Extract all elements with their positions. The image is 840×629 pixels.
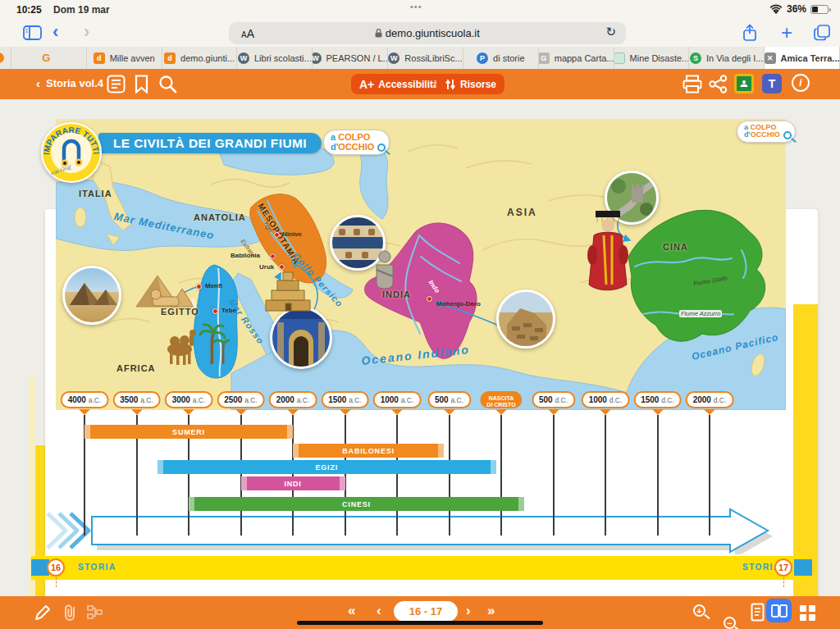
city-dot-uruk — [279, 264, 285, 270]
bookmark-icon[interactable] — [135, 75, 148, 93]
tab-libri-scolastici[interactable]: WLibri scolasti... — [237, 47, 313, 69]
url-host[interactable]: demo.giuntiscuola.it — [229, 27, 626, 39]
tab-amica-terra-active[interactable]: ✕Amica Terra... — [765, 47, 840, 69]
camel-illustration — [158, 325, 201, 366]
tab-mappa-carta[interactable]: Gmappa Carta... — [539, 47, 614, 69]
magnifier-icon — [783, 131, 792, 139]
tab-mine-disaster[interactable]: Mine Disaste... — [614, 47, 690, 69]
thumbnails-grid-icon[interactable] — [800, 605, 815, 621]
next-page-button[interactable]: › — [466, 603, 471, 619]
tab-pearson[interactable]: WPEARSON / L... — [313, 47, 388, 69]
paperclip-icon[interactable] — [62, 604, 79, 622]
timeline-tick-line — [396, 415, 398, 536]
first-page-button[interactable]: « — [348, 603, 355, 619]
more-dots-icon[interactable]: ••• — [410, 2, 422, 11]
city-dot-mohenjo-daro — [427, 296, 432, 302]
ishtar-gate-photo — [270, 307, 332, 369]
timeline-tick-pointer — [391, 409, 403, 415]
timeline-tick-label-5: 1500 a.C. — [321, 391, 369, 408]
accessibility-button[interactable]: A+ Accessibilità — [351, 74, 447, 94]
timeline-tick-pointer — [183, 409, 194, 415]
timeline-tick-pointer — [652, 409, 664, 415]
tab-demo-giunti[interactable]: ddemo.giunti... — [162, 47, 238, 69]
dea-favicon: d — [164, 52, 176, 64]
glance-badge: a COLPO d'OCCHIO — [323, 130, 390, 155]
city-dot-tebe — [212, 308, 218, 314]
share-nodes-icon[interactable] — [709, 75, 728, 93]
tab-google[interactable]: G — [11, 47, 87, 69]
timeline-tick-pointer — [600, 409, 611, 415]
g-gray-favicon: G — [539, 52, 550, 64]
magnifier-icon — [377, 144, 386, 152]
reload-button[interactable]: ↻ — [605, 25, 616, 39]
share-button[interactable] — [742, 24, 757, 42]
sliders-icon — [445, 79, 456, 90]
timeline-tick-label-9: 500 d.C. — [532, 391, 575, 408]
map-label-africa: AFRICA — [116, 363, 156, 373]
print-icon[interactable] — [682, 75, 702, 93]
page-number-left: 16 — [47, 558, 65, 577]
map-label-anatolia: ANATOLIA — [194, 212, 246, 222]
imparare-tutti-logo: IMPARARE TUTTI con Graf — [41, 122, 102, 183]
timeline-bar-sumeri: SUMERI — [84, 425, 293, 439]
s-green-favicon: S — [690, 52, 701, 64]
status-bar: 10:25 Dom 19 mar ••• 36% — [0, 0, 840, 20]
tab-rossi-libri[interactable]: WRossiLibriSc... — [388, 47, 463, 69]
page-indicator[interactable]: 16 - 17 — [394, 601, 458, 622]
info-icon[interactable]: i — [792, 74, 810, 92]
timeline-tick-label-10: 1000 d.C. — [582, 391, 630, 408]
double-page-view-button[interactable] — [766, 599, 792, 622]
ziggurat-illustration — [261, 271, 315, 313]
forward-button[interactable]: › — [84, 21, 89, 43]
tab-partial[interactable] — [0, 47, 11, 69]
map-artwork — [56, 119, 786, 410]
map-label-fiume-azzurro: Fiume Azzurro — [679, 310, 722, 317]
address-bar[interactable]: AA demo.giuntiscuola.it ↻ — [229, 22, 626, 44]
resources-button[interactable]: Risorse — [436, 74, 504, 94]
single-page-view-icon[interactable] — [751, 603, 765, 622]
home-indicator[interactable] — [297, 621, 543, 625]
sidebar-toggle-icon[interactable] — [23, 25, 42, 40]
priest-king-statue-illustration — [371, 248, 399, 291]
pyramids-photo — [62, 266, 121, 325]
mohenjo-daro-photo — [496, 289, 555, 349]
zoom-in-icon[interactable]: + — [693, 604, 705, 617]
timeline-tick-pointer — [548, 409, 559, 415]
x-gray-favicon: ✕ — [765, 52, 775, 64]
mine-favicon — [614, 52, 625, 64]
tab-mille-avventure[interactable]: dMille avven — [87, 47, 162, 69]
pencil-icon[interactable] — [34, 604, 51, 621]
timeline-tick-line — [500, 415, 502, 536]
search-icon[interactable] — [158, 75, 177, 93]
last-page-button[interactable]: » — [487, 603, 495, 619]
city-label-uruk: Uruk — [259, 263, 274, 271]
tab-di-storie[interactable]: Pdi storie — [463, 47, 539, 69]
prev-page-button[interactable]: ‹ — [377, 603, 381, 619]
tabs-overview-button[interactable] — [814, 25, 830, 41]
ms-teams-icon[interactable]: T — [762, 74, 782, 93]
timeline-tick-pointer — [79, 409, 90, 415]
timeline-tick-label-2: 3000 a.C. — [165, 391, 213, 408]
timeline-tick-pointer — [287, 409, 299, 415]
city-label-babilonia: Babilonia — [231, 252, 260, 259]
timeline-tick-pointer — [444, 409, 455, 415]
palm-trees-illustration — [197, 320, 230, 366]
glance-badge-corner[interactable]: a COLPO d'OCCHIO — [737, 121, 796, 143]
timeline-tick-pointer — [340, 409, 351, 415]
page-footer: 16 STORIA STORIA 17 — [31, 556, 810, 580]
sitemap-icon[interactable] — [87, 605, 103, 620]
new-tab-button[interactable]: + — [781, 21, 792, 44]
google-classroom-icon[interactable] — [734, 74, 754, 93]
page-number-right: 17 — [774, 558, 792, 577]
map-label-india: INDIA — [382, 289, 411, 299]
back-button[interactable]: ‹ — [52, 21, 58, 43]
index-icon[interactable] — [107, 75, 126, 93]
a-plus-icon: A+ — [359, 78, 374, 91]
zoom-out-icon[interactable]: − — [724, 617, 736, 629]
timeline-bar-babilonesi: BABILONESI — [293, 444, 444, 458]
timeline-bar-cinesi: CINESI — [189, 497, 524, 511]
wordpress-favicon: W — [313, 52, 321, 64]
back-to-book-button[interactable]: ‹Storia vol.4 — [36, 76, 103, 90]
timeline-tick-pointer — [704, 409, 715, 415]
tab-in-via-degli[interactable]: SIn Via degli I... — [689, 47, 765, 69]
